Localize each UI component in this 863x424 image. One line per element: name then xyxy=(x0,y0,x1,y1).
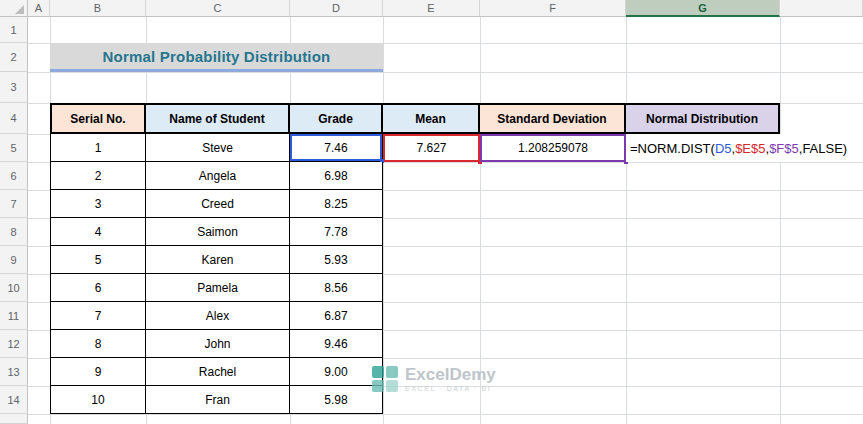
table-header-grade[interactable]: Grade xyxy=(290,103,383,134)
column-header-A[interactable]: A xyxy=(28,0,50,17)
row-header-9[interactable]: 9 xyxy=(0,246,28,274)
cell-serial-no[interactable]: 7 xyxy=(50,302,146,330)
cell-student-name[interactable]: Karen xyxy=(146,246,290,274)
row-header-7[interactable]: 7 xyxy=(0,190,28,218)
cell-serial-no[interactable]: 9 xyxy=(50,358,146,386)
watermark-brand-text: ExcelDemy xyxy=(405,366,496,383)
cell-student-name[interactable]: Pamela xyxy=(146,274,290,302)
cell-serial-no[interactable]: 2 xyxy=(50,162,146,190)
column-header-D[interactable]: D xyxy=(290,0,383,17)
table-header-serial[interactable]: Serial No. xyxy=(50,103,146,134)
row-header-8[interactable]: 8 xyxy=(0,218,28,246)
cell-serial-no[interactable]: 6 xyxy=(50,274,146,302)
cell-serial-no[interactable]: 3 xyxy=(50,190,146,218)
cell-serial-no[interactable]: 10 xyxy=(50,386,146,414)
cell-grade[interactable]: 5.93 xyxy=(290,246,383,274)
cell-grade[interactable]: 6.87 xyxy=(290,302,383,330)
gridline xyxy=(626,17,627,424)
gridline xyxy=(28,72,863,73)
cell-student-name[interactable]: Alex xyxy=(146,302,290,330)
cell-grade[interactable]: 8.25 xyxy=(290,190,383,218)
worksheet-title[interactable]: Normal Probability Distribution xyxy=(50,43,383,72)
cell-grade[interactable]: 7.78 xyxy=(290,218,383,246)
table-header-name[interactable]: Name of Student xyxy=(146,103,290,134)
cell-student-name[interactable]: Fran xyxy=(146,386,290,414)
gridline xyxy=(28,414,863,415)
cell-grade[interactable]: 5.98 xyxy=(290,386,383,414)
gridline xyxy=(383,17,384,424)
spreadsheet: Normal Probability Distribution Serial N… xyxy=(0,0,863,424)
column-header-E[interactable]: E xyxy=(383,0,480,17)
row-header-12[interactable]: 12 xyxy=(0,330,28,358)
cell-student-name[interactable]: John xyxy=(146,330,290,358)
cell-student-name[interactable]: Saimon xyxy=(146,218,290,246)
row-header-5[interactable]: 5 xyxy=(0,134,28,162)
cell-serial-no[interactable]: 5 xyxy=(50,246,146,274)
row-header-10[interactable]: 10 xyxy=(0,274,28,302)
column-header-filler xyxy=(780,0,863,17)
formula-ref-d5: D5 xyxy=(715,141,732,156)
cell-student-name[interactable]: Rachel xyxy=(146,358,290,386)
cell-student-name[interactable]: Angela xyxy=(146,162,290,190)
row-header-11[interactable]: 11 xyxy=(0,302,28,330)
formula-segment: ,FALSE) xyxy=(799,141,847,156)
table-header-std-deviation[interactable]: Standard Deviation xyxy=(480,103,626,134)
row-header-filler xyxy=(0,414,28,424)
cell-std-deviation-value[interactable]: 1.208259078 xyxy=(480,134,626,162)
cell-grade[interactable]: 9.46 xyxy=(290,330,383,358)
cell-student-name[interactable]: Steve xyxy=(146,134,290,162)
exceldemy-watermark: ExcelDemy EXCEL · DATA · BI xyxy=(372,366,496,392)
cell-mean-value[interactable]: 7.627 xyxy=(383,134,480,162)
row-header-1[interactable]: 1 xyxy=(0,17,28,43)
select-all-triangle-icon xyxy=(15,5,24,14)
row-header-6[interactable]: 6 xyxy=(0,162,28,190)
row-header-14[interactable]: 14 xyxy=(0,386,28,414)
cell-normal-distribution-formula[interactable]: =NORM.DIST( D5 , $E$5 , $F$5 ,FALSE) xyxy=(626,134,863,162)
row-header-4[interactable]: 4 xyxy=(0,103,28,134)
select-all-corner[interactable] xyxy=(0,0,28,17)
formula-segment: =NORM.DIST( xyxy=(630,141,715,156)
column-header-C[interactable]: C xyxy=(146,0,290,17)
column-header-G[interactable]: G xyxy=(626,0,780,17)
column-header-B[interactable]: B xyxy=(50,0,146,17)
excel-window: Normal Probability Distribution Serial N… xyxy=(0,0,863,424)
column-header-F[interactable]: F xyxy=(480,0,626,17)
cell-student-name[interactable]: Creed xyxy=(146,190,290,218)
row-header-13[interactable]: 13 xyxy=(0,358,28,386)
watermark-tagline-text: EXCEL · DATA · BI xyxy=(405,385,496,392)
cell-serial-no[interactable]: 8 xyxy=(50,330,146,358)
row-header-2[interactable]: 2 xyxy=(0,43,28,72)
table-header-normal-distribution[interactable]: Normal Distribution xyxy=(626,103,780,134)
table-header-mean[interactable]: Mean xyxy=(383,103,480,134)
cell-grade[interactable]: 8.56 xyxy=(290,274,383,302)
formula-ref-f5: $F$5 xyxy=(769,141,799,156)
cell-serial-no[interactable]: 4 xyxy=(50,218,146,246)
formula-ref-e5: $E$5 xyxy=(735,141,765,156)
cell-grade[interactable]: 9.00 xyxy=(290,358,383,386)
cell-serial-no[interactable]: 1 xyxy=(50,134,146,162)
cell-grade[interactable]: 7.46 xyxy=(290,134,383,162)
exceldemy-logo-icon xyxy=(372,366,398,392)
cell-grade[interactable]: 6.98 xyxy=(290,162,383,190)
row-header-3[interactable]: 3 xyxy=(0,72,28,103)
gridline xyxy=(480,17,481,424)
gridline xyxy=(780,17,781,424)
